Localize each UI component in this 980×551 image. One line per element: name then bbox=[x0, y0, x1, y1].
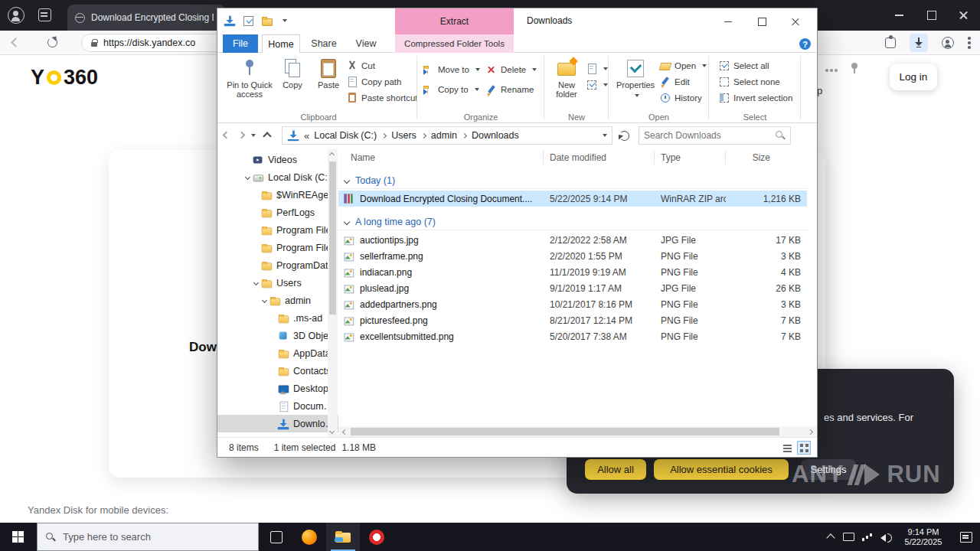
address-dropdown-icon[interactable] bbox=[603, 134, 607, 137]
taskbar-search-input[interactable] bbox=[63, 531, 250, 543]
history-button[interactable]: History bbox=[659, 90, 707, 106]
breadcrumb-segment-downloads[interactable]: Downloads bbox=[472, 130, 519, 141]
extract-contextual-header[interactable]: Extract bbox=[395, 8, 514, 34]
column-header-date-modified[interactable]: Date modified bbox=[544, 151, 655, 165]
tree-scrollbar-thumb[interactable] bbox=[329, 161, 336, 315]
tree-item-winreagent[interactable]: $WinREAgent bbox=[217, 186, 338, 204]
tree-item-3d-objects[interactable]: 3D Objects bbox=[217, 327, 338, 344]
explorer-close-button[interactable] bbox=[779, 8, 812, 34]
tray-expand-icon[interactable] bbox=[822, 523, 839, 551]
allow-all-button[interactable]: Allow all bbox=[585, 459, 646, 480]
copy-path-button[interactable]: Copy path bbox=[346, 73, 418, 90]
list-view-button[interactable] bbox=[780, 441, 794, 455]
tree-item-local-disk-c[interactable]: Local Disk (C:) bbox=[217, 168, 338, 186]
paste-button[interactable]: Paste bbox=[311, 55, 346, 99]
taskbar-firefox-button[interactable] bbox=[292, 523, 326, 551]
invert-selection-button[interactable]: Invert selection bbox=[718, 90, 792, 106]
open-button[interactable]: Open bbox=[659, 57, 707, 73]
file-row[interactable]: addedpartners.png10/21/2017 8:16 PMPNG F… bbox=[338, 296, 807, 312]
extensions-icon[interactable] bbox=[885, 37, 896, 48]
delete-button[interactable]: Delete bbox=[485, 60, 537, 80]
tree-item-downloads[interactable]: Downloads bbox=[217, 415, 338, 432]
breadcrumb-segment-admin[interactable]: admin bbox=[431, 130, 457, 141]
new-folder-button[interactable]: New folder bbox=[549, 55, 584, 99]
column-header-type[interactable]: Type bbox=[655, 151, 726, 165]
select-all-button[interactable]: Select all bbox=[718, 57, 792, 73]
breadcrumb-segment-local-disk-c[interactable]: Local Disk (C:) bbox=[314, 130, 377, 141]
explorer-search-input[interactable] bbox=[644, 130, 775, 141]
group-header[interactable]: Today (1) bbox=[338, 172, 807, 189]
breadcrumb-separator-icon[interactable] bbox=[381, 132, 387, 138]
group-header[interactable]: A long time ago (7) bbox=[338, 214, 807, 230]
copy-to-button[interactable]: Copy to bbox=[423, 80, 480, 99]
easy-access-button[interactable] bbox=[586, 77, 608, 93]
tree-item-admin[interactable]: admin bbox=[217, 292, 338, 309]
browser-panels-icon[interactable] bbox=[38, 8, 51, 21]
taskbar-clock[interactable]: 9:14 PM 5/22/2025 bbox=[899, 527, 948, 547]
paste-shortcut-button[interactable]: Paste shortcut bbox=[346, 90, 418, 106]
browser-maximize-button[interactable] bbox=[916, 0, 948, 31]
details-view-button[interactable] bbox=[797, 441, 811, 455]
tree-item-appdata[interactable]: AppData bbox=[217, 344, 338, 362]
move-to-button[interactable]: Move to bbox=[423, 60, 480, 80]
breadcrumb-separator-icon[interactable] bbox=[421, 132, 426, 138]
browser-minimize-button[interactable] bbox=[884, 0, 916, 31]
breadcrumb-segment-users[interactable]: Users bbox=[391, 130, 416, 141]
qat-dropdown-icon[interactable] bbox=[283, 19, 287, 22]
expand-chevron-icon[interactable] bbox=[244, 174, 250, 180]
action-center-icon[interactable] bbox=[952, 523, 980, 551]
scroll-right-icon[interactable] bbox=[808, 429, 813, 434]
column-header-name[interactable]: Name bbox=[338, 151, 544, 165]
horizontal-scrollbar[interactable] bbox=[338, 426, 817, 437]
help-icon[interactable]: ? bbox=[799, 38, 811, 50]
tree-item-program-files[interactable]: Program Files bbox=[217, 239, 338, 256]
tree-item-desktop[interactable]: Desktop bbox=[217, 380, 338, 397]
tray-display-icon[interactable] bbox=[839, 523, 858, 551]
pin-to-quick-access-button[interactable]: Pin to Quick access bbox=[225, 55, 274, 99]
properties-button[interactable]: Properties bbox=[615, 55, 656, 99]
browser-close-button[interactable] bbox=[948, 0, 980, 31]
up-button[interactable] bbox=[259, 127, 276, 144]
page-kebab-icon[interactable] bbox=[825, 69, 838, 72]
file-row[interactable]: Download Encrypted Closing Document....5… bbox=[338, 191, 807, 207]
tree-scrollbar[interactable] bbox=[328, 149, 338, 437]
task-view-button[interactable] bbox=[259, 523, 292, 551]
horizontal-scrollbar-thumb[interactable] bbox=[351, 428, 779, 435]
forward-button[interactable] bbox=[234, 127, 251, 144]
profile-icon[interactable] bbox=[942, 37, 954, 49]
tree-item-videos[interactable]: Videos bbox=[217, 151, 338, 168]
tray-volume-icon[interactable] bbox=[876, 523, 894, 551]
copy-button[interactable]: Copy bbox=[276, 55, 309, 99]
collapse-chevron-icon[interactable] bbox=[344, 218, 350, 224]
explorer-maximize-button[interactable] bbox=[745, 8, 779, 34]
page-pin-icon[interactable] bbox=[851, 63, 858, 69]
tree-item-perflogs[interactable]: PerfLogs bbox=[217, 204, 338, 221]
start-button[interactable] bbox=[0, 523, 37, 551]
tree-item-programdata[interactable]: ProgramData bbox=[217, 256, 338, 274]
rename-button[interactable]: Rename bbox=[485, 80, 537, 99]
back-button[interactable] bbox=[217, 127, 234, 144]
qat-checkbox-icon[interactable] bbox=[243, 16, 253, 26]
tray-network-icon[interactable] bbox=[858, 523, 876, 551]
qat-folder-icon[interactable] bbox=[261, 15, 273, 27]
allow-essential-cookies-button[interactable]: Allow essential cookies bbox=[654, 459, 789, 480]
column-header-size[interactable]: Size bbox=[726, 151, 805, 165]
tab-share[interactable]: Share bbox=[304, 34, 344, 53]
browser-back-icon[interactable] bbox=[11, 37, 21, 47]
expand-chevron-icon[interactable] bbox=[253, 280, 258, 285]
breadcrumb[interactable]: « Local Disk (C:)UsersadminDownloads bbox=[282, 126, 612, 145]
browser-tab[interactable]: Download Encrypted Closing D bbox=[67, 5, 225, 31]
breadcrumb-separator-icon[interactable] bbox=[462, 132, 467, 138]
explorer-minimize-button[interactable] bbox=[711, 8, 745, 34]
recent-locations-dropdown-icon[interactable] bbox=[251, 134, 256, 137]
menu-kebab-icon[interactable] bbox=[968, 37, 971, 49]
refresh-button[interactable] bbox=[616, 127, 632, 144]
browser-reload-icon[interactable] bbox=[47, 37, 57, 47]
cut-button[interactable]: Cut bbox=[346, 57, 418, 73]
breadcrumb-collapsed[interactable]: « bbox=[304, 130, 309, 142]
downloads-icon[interactable] bbox=[910, 34, 928, 52]
collapse-chevron-icon[interactable] bbox=[344, 177, 350, 183]
taskbar-browser-button[interactable] bbox=[360, 523, 394, 551]
file-row[interactable]: excellentsubmitted.png5/20/2017 7:38 AMP… bbox=[338, 328, 807, 344]
select-none-button[interactable]: Select none bbox=[718, 73, 792, 90]
